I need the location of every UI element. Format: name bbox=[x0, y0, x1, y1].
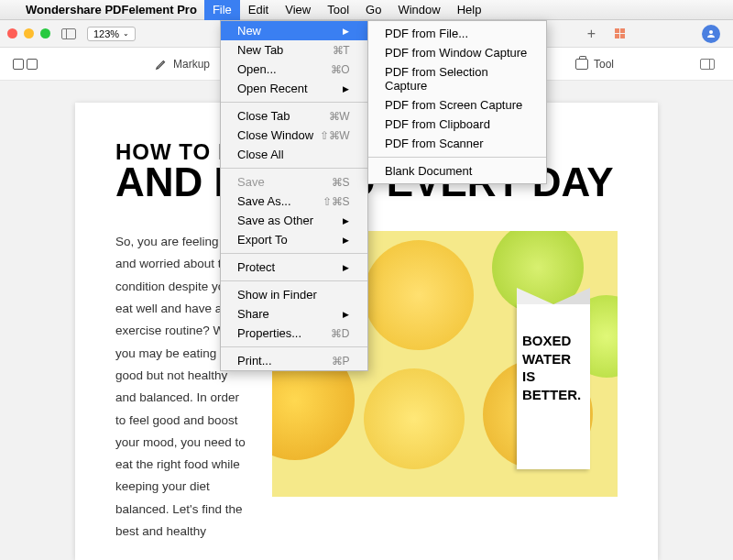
app-name[interactable]: Wondershare PDFelement Pro bbox=[18, 3, 204, 16]
menu-edit[interactable]: Edit bbox=[240, 0, 277, 20]
menu-item-protect[interactable]: Protect▶ bbox=[221, 258, 367, 277]
menu-item-share[interactable]: Share▶ bbox=[221, 304, 367, 324]
menu-file[interactable]: File bbox=[204, 0, 240, 20]
new-tab-button[interactable]: + bbox=[587, 26, 596, 42]
menu-item-open-recent[interactable]: Open Recent▶ bbox=[221, 79, 367, 98]
toolbox-icon bbox=[575, 59, 588, 70]
submenu-item-pdf-from-clipboard[interactable]: PDF from Clipboard bbox=[368, 115, 546, 134]
menu-item-properties-[interactable]: Properties...⌘D bbox=[221, 324, 367, 343]
tool-button[interactable]: Tool bbox=[575, 58, 614, 71]
submenu-item-pdf-from-file-[interactable]: PDF from File... bbox=[368, 24, 546, 43]
menu-item-close-tab[interactable]: Close Tab⌘W bbox=[221, 106, 367, 126]
svg-point-0 bbox=[709, 30, 713, 34]
menu-item-show-in-finder[interactable]: Show in Finder bbox=[221, 285, 367, 304]
menu-view[interactable]: View bbox=[277, 0, 319, 20]
zoom-window-button[interactable] bbox=[40, 28, 50, 38]
menu-item-new-tab[interactable]: New Tab⌘T bbox=[221, 40, 367, 60]
submenu-item-pdf-from-window-capture[interactable]: PDF from Window Capture bbox=[368, 43, 546, 62]
menu-go[interactable]: Go bbox=[357, 0, 389, 20]
menu-window[interactable]: Window bbox=[389, 0, 448, 20]
menu-item-print-[interactable]: Print...⌘P bbox=[221, 351, 367, 370]
submenu-item-pdf-from-scanner[interactable]: PDF from Scanner bbox=[368, 134, 546, 153]
close-window-button[interactable] bbox=[7, 28, 17, 38]
menu-item-save[interactable]: Save⌘S bbox=[221, 172, 367, 192]
menubar: Wondershare PDFelement Pro FileEditViewT… bbox=[0, 0, 733, 20]
submenu-separator bbox=[368, 157, 546, 158]
menu-separator bbox=[221, 280, 367, 281]
menu-help[interactable]: Help bbox=[449, 0, 490, 20]
menu-item-new[interactable]: New▶ bbox=[221, 21, 367, 40]
zoom-select[interactable]: 123%⌄ bbox=[87, 27, 136, 41]
file-menu-dropdown: New▶New Tab⌘TOpen...⌘OOpen Recent▶Close … bbox=[220, 20, 368, 371]
menu-item-close-all[interactable]: Close All bbox=[221, 145, 367, 164]
menu-item-save-as-[interactable]: Save As...⇧⌘S bbox=[221, 192, 367, 211]
menu-item-open-[interactable]: Open...⌘O bbox=[221, 60, 367, 79]
minimize-window-button[interactable] bbox=[24, 28, 34, 38]
user-avatar[interactable] bbox=[702, 25, 720, 43]
menu-item-export-to[interactable]: Export To▶ bbox=[221, 230, 367, 249]
new-submenu: PDF from File...PDF from Window CaptureP… bbox=[367, 20, 547, 184]
right-panel-toggle-icon[interactable] bbox=[700, 59, 715, 70]
menu-separator bbox=[221, 253, 367, 254]
traffic-lights bbox=[7, 28, 50, 38]
sidebar-toggle-icon[interactable] bbox=[61, 28, 76, 39]
submenu-item-pdf-from-screen-capture[interactable]: PDF from Screen Capture bbox=[368, 95, 546, 115]
menu-item-save-as-other[interactable]: Save as Other▶ bbox=[221, 211, 367, 230]
thumbnails-icon-2[interactable] bbox=[27, 59, 38, 70]
pen-icon bbox=[155, 58, 168, 71]
app-grid-icon[interactable] bbox=[615, 28, 625, 38]
submenu-item-blank-document[interactable]: Blank Document bbox=[368, 161, 546, 181]
markup-button[interactable]: Markup bbox=[155, 58, 210, 71]
submenu-item-pdf-from-selection-capture[interactable]: PDF from Selection Capture bbox=[368, 62, 546, 95]
menu-separator bbox=[221, 346, 367, 347]
thumbnails-icon[interactable] bbox=[13, 59, 24, 70]
menu-tool[interactable]: Tool bbox=[319, 0, 357, 20]
menu-separator bbox=[221, 102, 367, 103]
menu-item-close-window[interactable]: Close Window⇧⌘W bbox=[221, 126, 367, 145]
carton-text: BOXED WATER IS BETTER. bbox=[517, 304, 590, 469]
menu-separator bbox=[221, 168, 367, 169]
